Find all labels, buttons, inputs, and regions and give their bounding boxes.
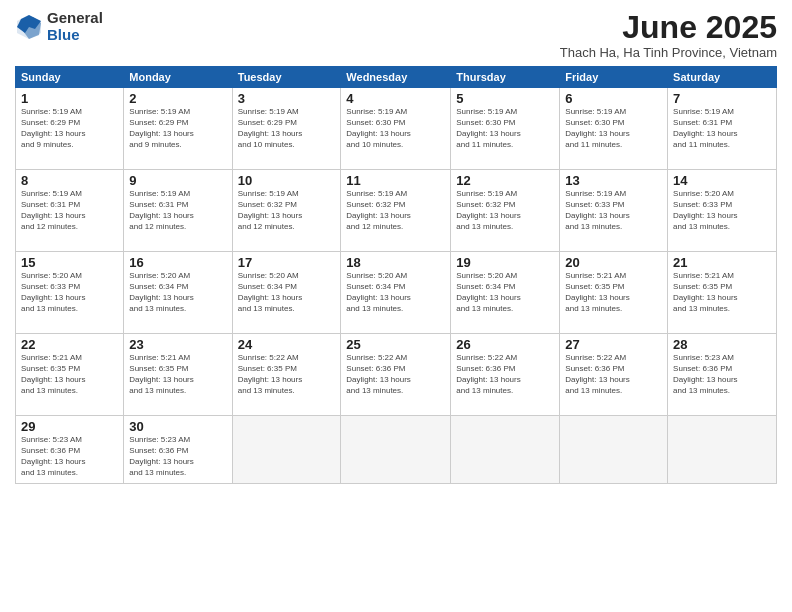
table-row: 2Sunrise: 5:19 AMSunset: 6:29 PMDaylight… [124, 88, 232, 170]
table-row: 26Sunrise: 5:22 AMSunset: 6:36 PMDayligh… [451, 334, 560, 416]
logo-blue: Blue [47, 27, 103, 44]
day-number: 28 [673, 337, 771, 352]
month-title: June 2025 [560, 10, 777, 45]
day-info: Sunrise: 5:19 AMSunset: 6:29 PMDaylight:… [21, 107, 118, 150]
logo: General Blue [15, 10, 103, 43]
day-info: Sunrise: 5:20 AMSunset: 6:34 PMDaylight:… [129, 271, 226, 314]
header-monday: Monday [124, 67, 232, 88]
table-row: 29Sunrise: 5:23 AMSunset: 6:36 PMDayligh… [16, 416, 124, 484]
table-row: 17Sunrise: 5:20 AMSunset: 6:34 PMDayligh… [232, 252, 341, 334]
day-number: 21 [673, 255, 771, 270]
table-row: 27Sunrise: 5:22 AMSunset: 6:36 PMDayligh… [560, 334, 668, 416]
day-number: 24 [238, 337, 336, 352]
day-info: Sunrise: 5:21 AMSunset: 6:35 PMDaylight:… [129, 353, 226, 396]
table-row: 11Sunrise: 5:19 AMSunset: 6:32 PMDayligh… [341, 170, 451, 252]
day-info: Sunrise: 5:23 AMSunset: 6:36 PMDaylight:… [21, 435, 118, 478]
day-number: 11 [346, 173, 445, 188]
day-info: Sunrise: 5:20 AMSunset: 6:33 PMDaylight:… [673, 189, 771, 232]
table-row: 13Sunrise: 5:19 AMSunset: 6:33 PMDayligh… [560, 170, 668, 252]
day-info: Sunrise: 5:19 AMSunset: 6:30 PMDaylight:… [456, 107, 554, 150]
table-row: 18Sunrise: 5:20 AMSunset: 6:34 PMDayligh… [341, 252, 451, 334]
day-number: 25 [346, 337, 445, 352]
header-sunday: Sunday [16, 67, 124, 88]
day-info: Sunrise: 5:19 AMSunset: 6:32 PMDaylight:… [346, 189, 445, 232]
header-saturday: Saturday [668, 67, 777, 88]
logo-icon [15, 13, 43, 41]
day-number: 12 [456, 173, 554, 188]
table-row [668, 416, 777, 484]
table-row: 15Sunrise: 5:20 AMSunset: 6:33 PMDayligh… [16, 252, 124, 334]
table-row: 5Sunrise: 5:19 AMSunset: 6:30 PMDaylight… [451, 88, 560, 170]
day-number: 23 [129, 337, 226, 352]
day-info: Sunrise: 5:22 AMSunset: 6:36 PMDaylight:… [565, 353, 662, 396]
day-number: 30 [129, 419, 226, 434]
calendar-header-row: Sunday Monday Tuesday Wednesday Thursday… [16, 67, 777, 88]
day-number: 6 [565, 91, 662, 106]
logo-text: General Blue [47, 10, 103, 43]
day-number: 3 [238, 91, 336, 106]
day-number: 29 [21, 419, 118, 434]
day-info: Sunrise: 5:19 AMSunset: 6:30 PMDaylight:… [346, 107, 445, 150]
day-number: 7 [673, 91, 771, 106]
day-number: 14 [673, 173, 771, 188]
day-number: 9 [129, 173, 226, 188]
table-row [341, 416, 451, 484]
day-number: 15 [21, 255, 118, 270]
day-info: Sunrise: 5:23 AMSunset: 6:36 PMDaylight:… [129, 435, 226, 478]
table-row: 3Sunrise: 5:19 AMSunset: 6:29 PMDaylight… [232, 88, 341, 170]
day-info: Sunrise: 5:19 AMSunset: 6:32 PMDaylight:… [238, 189, 336, 232]
calendar-table: Sunday Monday Tuesday Wednesday Thursday… [15, 66, 777, 484]
day-info: Sunrise: 5:21 AMSunset: 6:35 PMDaylight:… [565, 271, 662, 314]
day-number: 8 [21, 173, 118, 188]
day-info: Sunrise: 5:19 AMSunset: 6:31 PMDaylight:… [21, 189, 118, 232]
day-number: 18 [346, 255, 445, 270]
table-row: 10Sunrise: 5:19 AMSunset: 6:32 PMDayligh… [232, 170, 341, 252]
day-info: Sunrise: 5:19 AMSunset: 6:30 PMDaylight:… [565, 107, 662, 150]
table-row: 8Sunrise: 5:19 AMSunset: 6:31 PMDaylight… [16, 170, 124, 252]
page: General Blue June 2025 Thach Ha, Ha Tinh… [0, 0, 792, 612]
table-row [560, 416, 668, 484]
day-info: Sunrise: 5:21 AMSunset: 6:35 PMDaylight:… [673, 271, 771, 314]
day-number: 17 [238, 255, 336, 270]
day-info: Sunrise: 5:19 AMSunset: 6:29 PMDaylight:… [238, 107, 336, 150]
day-number: 13 [565, 173, 662, 188]
day-info: Sunrise: 5:19 AMSunset: 6:31 PMDaylight:… [673, 107, 771, 150]
day-info: Sunrise: 5:23 AMSunset: 6:36 PMDaylight:… [673, 353, 771, 396]
day-number: 1 [21, 91, 118, 106]
day-info: Sunrise: 5:22 AMSunset: 6:35 PMDaylight:… [238, 353, 336, 396]
day-number: 27 [565, 337, 662, 352]
table-row: 12Sunrise: 5:19 AMSunset: 6:32 PMDayligh… [451, 170, 560, 252]
table-row: 30Sunrise: 5:23 AMSunset: 6:36 PMDayligh… [124, 416, 232, 484]
table-row: 28Sunrise: 5:23 AMSunset: 6:36 PMDayligh… [668, 334, 777, 416]
day-number: 20 [565, 255, 662, 270]
table-row: 16Sunrise: 5:20 AMSunset: 6:34 PMDayligh… [124, 252, 232, 334]
title-block: June 2025 Thach Ha, Ha Tinh Province, Vi… [560, 10, 777, 60]
day-number: 5 [456, 91, 554, 106]
day-number: 19 [456, 255, 554, 270]
table-row: 4Sunrise: 5:19 AMSunset: 6:30 PMDaylight… [341, 88, 451, 170]
table-row [451, 416, 560, 484]
day-number: 16 [129, 255, 226, 270]
table-row: 7Sunrise: 5:19 AMSunset: 6:31 PMDaylight… [668, 88, 777, 170]
table-row [232, 416, 341, 484]
day-info: Sunrise: 5:19 AMSunset: 6:29 PMDaylight:… [129, 107, 226, 150]
day-info: Sunrise: 5:22 AMSunset: 6:36 PMDaylight:… [346, 353, 445, 396]
table-row: 25Sunrise: 5:22 AMSunset: 6:36 PMDayligh… [341, 334, 451, 416]
header: General Blue June 2025 Thach Ha, Ha Tinh… [15, 10, 777, 60]
table-row: 21Sunrise: 5:21 AMSunset: 6:35 PMDayligh… [668, 252, 777, 334]
day-info: Sunrise: 5:20 AMSunset: 6:34 PMDaylight:… [456, 271, 554, 314]
day-info: Sunrise: 5:20 AMSunset: 6:34 PMDaylight:… [238, 271, 336, 314]
day-info: Sunrise: 5:22 AMSunset: 6:36 PMDaylight:… [456, 353, 554, 396]
day-info: Sunrise: 5:21 AMSunset: 6:35 PMDaylight:… [21, 353, 118, 396]
table-row: 9Sunrise: 5:19 AMSunset: 6:31 PMDaylight… [124, 170, 232, 252]
day-number: 2 [129, 91, 226, 106]
day-info: Sunrise: 5:20 AMSunset: 6:33 PMDaylight:… [21, 271, 118, 314]
day-info: Sunrise: 5:19 AMSunset: 6:33 PMDaylight:… [565, 189, 662, 232]
table-row: 23Sunrise: 5:21 AMSunset: 6:35 PMDayligh… [124, 334, 232, 416]
header-wednesday: Wednesday [341, 67, 451, 88]
table-row: 22Sunrise: 5:21 AMSunset: 6:35 PMDayligh… [16, 334, 124, 416]
day-info: Sunrise: 5:20 AMSunset: 6:34 PMDaylight:… [346, 271, 445, 314]
table-row: 19Sunrise: 5:20 AMSunset: 6:34 PMDayligh… [451, 252, 560, 334]
day-number: 4 [346, 91, 445, 106]
location-subtitle: Thach Ha, Ha Tinh Province, Vietnam [560, 45, 777, 60]
